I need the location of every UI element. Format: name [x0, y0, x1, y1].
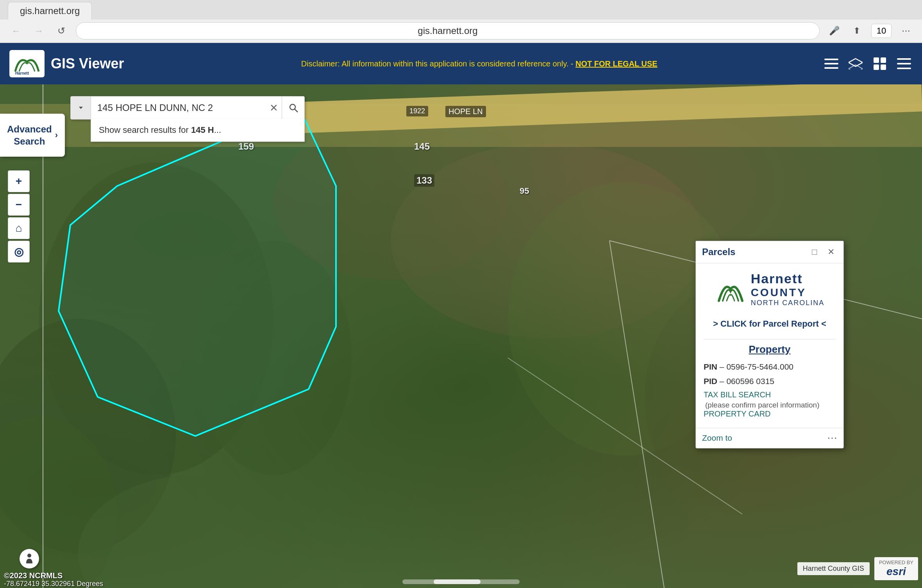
app-header: Harnett GIS Viewer Disclaimer: All infor… — [0, 43, 922, 84]
popup-logo-harnett: Harnett — [751, 271, 825, 286]
suggestion-ellipsis: ... — [214, 125, 221, 135]
browser-action-icons: 🎤 ⬆ 10 ⋯ — [826, 23, 914, 39]
more-options-button[interactable]: ⋯ — [898, 23, 914, 39]
layers-icon — [849, 58, 863, 70]
grid-icon — [873, 57, 886, 70]
header-icons — [823, 55, 913, 72]
svg-rect-10 — [897, 58, 911, 60]
mic-icon: 🎤 — [829, 26, 840, 36]
tax-bill-link[interactable]: TAX BILL SEARCH — [704, 390, 836, 399]
search-input[interactable] — [91, 97, 266, 119]
reload-icon: ↺ — [57, 25, 65, 36]
svg-rect-7 — [881, 57, 886, 63]
back-icon: ← — [11, 25, 21, 36]
popup-logo-nc: NORTH CAROLINA — [751, 299, 825, 307]
street-view-button[interactable] — [20, 549, 39, 568]
tab-count-button[interactable]: 10 — [871, 24, 892, 38]
advanced-search-label: Advanced Search — [7, 123, 52, 147]
popup-logo-text: Harnett COUNTY NORTH CAROLINA — [751, 271, 825, 307]
search-dropdown-button[interactable] — [71, 97, 91, 119]
map-horizontal-scrollbar[interactable] — [402, 579, 520, 584]
menu-button[interactable] — [895, 55, 913, 72]
list-icon — [824, 58, 838, 70]
search-suggestion[interactable]: Show search results for 145 H... — [91, 119, 305, 142]
search-icon — [288, 103, 298, 113]
home-button[interactable]: ⌂ — [8, 217, 30, 239]
share-icon: ⬆ — [853, 26, 860, 36]
minimize-icon: □ — [812, 247, 817, 257]
advanced-search-chevron: › — [55, 130, 58, 140]
more-icon: ⋯ — [902, 26, 910, 36]
search-go-button[interactable] — [282, 97, 304, 119]
scrollbar-thumb[interactable] — [434, 579, 481, 584]
pid-number: 060596 0315 — [726, 377, 774, 386]
tax-bill-note: (please confirm parcel information) — [705, 401, 820, 409]
map-tools: + − ⌂ ◎ — [8, 170, 30, 263]
mic-button[interactable]: 🎤 — [826, 23, 842, 39]
reload-button[interactable]: ↺ — [53, 23, 70, 39]
address-bar[interactable]: gis.harnett.org — [76, 22, 820, 39]
svg-rect-6 — [874, 57, 879, 63]
zoom-out-button[interactable]: − — [8, 194, 30, 216]
map-area[interactable]: 159 145 133 95 HOPE LN 1922 Advanced Sea… — [0, 84, 922, 588]
svg-rect-3 — [824, 67, 838, 69]
popup-logo-inner: Harnett COUNTY NORTH CAROLINA — [715, 271, 825, 307]
hamburger-icon — [897, 58, 911, 69]
parcel-report-link[interactable]: > CLICK for Parcel Report < — [704, 315, 836, 333]
search-bar: ✕ — [70, 96, 305, 120]
pid-dash: – — [720, 377, 727, 386]
browser-chrome: gis.harnett.org ← → ↺ gis.harnett.org 🎤 … — [0, 0, 922, 43]
locate-button[interactable]: ◎ — [8, 241, 30, 263]
svg-rect-2 — [824, 63, 838, 64]
svg-rect-8 — [874, 64, 879, 70]
share-button[interactable]: ⬆ — [849, 23, 865, 39]
harnett-logo: Harnett — [9, 50, 45, 77]
popup-header-buttons: □ ✕ — [808, 246, 837, 258]
powered-by-label: POWERED BY — [879, 559, 913, 565]
property-card-link[interactable]: PROPERTY CARD — [704, 409, 836, 418]
search-clear-button[interactable]: ✕ — [266, 97, 282, 119]
svg-rect-9 — [881, 64, 886, 70]
forward-button[interactable]: → — [30, 23, 47, 39]
active-tab[interactable]: gis.harnett.org — [8, 2, 92, 20]
disclaimer-link[interactable]: NOT FOR LEGAL USE — [575, 59, 658, 68]
popup-title: Parcels — [702, 247, 735, 257]
pin-row: PIN – 0596-75-5464.000 — [704, 361, 836, 372]
road-label-1922: 1922 — [406, 106, 428, 116]
list-view-button[interactable] — [823, 55, 840, 72]
back-button[interactable]: ← — [8, 23, 24, 39]
app-title: GIS Viewer — [51, 55, 124, 72]
popup-divider — [704, 339, 836, 340]
logo-svg: Harnett — [11, 52, 43, 75]
disclaimer-text: Disclaimer: All information within this … — [136, 59, 823, 68]
svg-point-16 — [195, 241, 352, 475]
person-icon — [23, 552, 36, 565]
popup-logo-svg — [715, 275, 746, 303]
county-gis-label: Harnett County GIS — [797, 562, 870, 575]
advanced-search-button[interactable]: Advanced Search › — [0, 114, 65, 157]
svg-point-30 — [290, 104, 295, 110]
svg-marker-5 — [849, 65, 863, 70]
pid-label: PID — [704, 377, 717, 386]
suggestion-bold: 145 H — [191, 125, 214, 135]
search-bar-container: ✕ Show search results for 145 H... — [70, 96, 305, 120]
svg-point-32 — [27, 554, 31, 558]
popup-minimize-button[interactable]: □ — [808, 246, 821, 258]
tab-count: 10 — [877, 26, 886, 36]
popup-close-button[interactable]: ✕ — [825, 246, 837, 258]
grid-view-button[interactable] — [871, 55, 888, 72]
layers-button[interactable] — [847, 55, 864, 72]
popup-more-button[interactable]: ⋯ — [827, 432, 837, 444]
zoom-to-link[interactable]: Zoom to — [702, 433, 732, 443]
parcel-popup: Parcels □ ✕ H — [695, 241, 844, 449]
popup-header: Parcels □ ✕ — [696, 241, 843, 263]
pin-label: PIN — [704, 362, 717, 371]
svg-marker-29 — [79, 107, 83, 109]
browser-nav-bar: ← → ↺ gis.harnett.org 🎤 ⬆ 10 ⋯ — [0, 20, 922, 43]
browser-tab-bar: gis.harnett.org — [0, 0, 922, 20]
dropdown-icon — [77, 104, 85, 112]
popup-logo-county: COUNTY — [751, 286, 825, 299]
zoom-in-button[interactable]: + — [8, 170, 30, 192]
esri-logo: esri — [886, 565, 906, 578]
svg-rect-1 — [824, 59, 838, 60]
